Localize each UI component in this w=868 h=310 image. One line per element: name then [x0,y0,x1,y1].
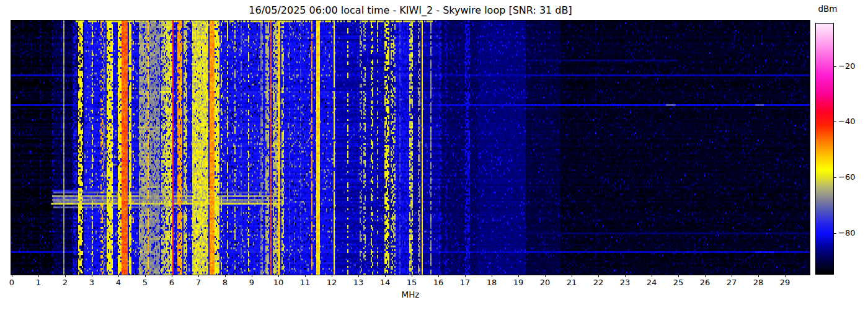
x-tick-label: 4 [106,278,131,287]
x-tick-mark [705,275,706,277]
colorbar-tick-mark [834,177,836,178]
waterfall-canvas [11,20,810,275]
x-tick-mark [465,275,466,277]
x-tick-mark [785,275,786,277]
x-tick-label: 7 [186,278,211,287]
colorbar-tick-mark [834,66,836,67]
x-tick-label: 8 [213,278,237,287]
x-tick-mark [385,275,386,277]
x-tick-mark [172,275,172,277]
colorbar-label: dBm [811,4,844,14]
x-tick-mark [412,275,412,277]
x-tick-label: 28 [746,278,771,287]
x-tick-mark [145,275,146,277]
x-tick-mark [278,275,279,277]
x-tick-mark [545,275,546,277]
x-tick-label: 5 [133,278,157,287]
colorbar-tick-mark [834,122,836,122]
x-tick-mark [625,275,626,277]
colorbar-tick-label: −60 [838,172,855,182]
x-tick-mark [305,275,306,277]
x-tick-label: 1 [26,278,51,287]
x-tick-label: 17 [453,278,477,287]
x-tick-label: 25 [666,278,691,287]
x-tick-label: 2 [53,278,78,287]
x-tick-label: 9 [239,278,264,287]
x-tick-mark [758,275,759,277]
x-tick-label: 24 [639,278,664,287]
x-tick-label: 15 [399,278,424,287]
x-tick-label: 13 [346,278,371,287]
x-tick-label: 0 [0,278,24,287]
x-tick-label: 12 [319,278,344,287]
x-tick-label: 16 [426,278,451,287]
x-tick-mark [598,275,599,277]
x-tick-mark [198,275,199,277]
colorbar-tick-label: −80 [838,228,855,238]
x-tick-mark [358,275,359,277]
x-tick-mark [65,275,66,277]
x-tick-label: 11 [293,278,317,287]
colorbar-tick-label: −20 [838,61,855,71]
chart-title: 16/05/2025 06:00 local time - KIWI_2 - S… [11,4,810,16]
x-tick-mark [38,275,39,277]
x-tick-label: 29 [773,278,797,287]
x-tick-label: 27 [719,278,744,287]
x-tick-mark [652,275,652,277]
colorbar-tick-mark [834,233,836,234]
x-tick-label: 6 [159,278,184,287]
x-tick-label: 18 [479,278,504,287]
x-axis-label: MHz [11,290,810,299]
x-tick-label: 22 [586,278,611,287]
x-tick-label: 23 [613,278,637,287]
x-tick-label: 3 [79,278,104,287]
x-tick-label: 14 [373,278,397,287]
x-tick-mark [92,275,92,277]
x-tick-mark [572,275,572,277]
x-tick-mark [12,275,12,277]
x-tick-mark [438,275,439,277]
colorbar-tick-label: −40 [838,117,855,126]
x-tick-label: 10 [266,278,291,287]
x-tick-label: 21 [559,278,584,287]
x-tick-mark [252,275,252,277]
x-tick-mark [518,275,519,277]
spectrogram-figure: 16/05/2025 06:00 local time - KIWI_2 - S… [0,0,868,310]
x-tick-mark [118,275,119,277]
x-tick-mark [492,275,492,277]
x-tick-label: 20 [533,278,557,287]
x-tick-mark [225,275,226,277]
x-tick-label: 26 [693,278,717,287]
x-tick-label: 19 [506,278,531,287]
plot-area [11,20,810,275]
colorbar [815,23,834,275]
x-tick-mark [678,275,679,277]
x-tick-mark [332,275,332,277]
x-tick-mark [732,275,732,277]
